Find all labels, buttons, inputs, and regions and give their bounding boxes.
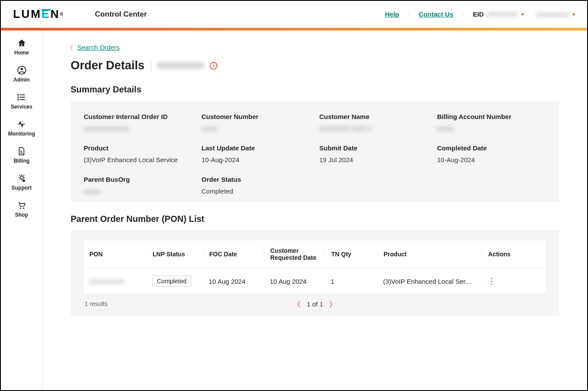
svg-point-2 [17, 94, 19, 96]
pon-card: PON LNP Status FOC Date Customer Request… [71, 230, 559, 316]
summary-field: Submit Date19 Jul 2024 [319, 144, 428, 163]
pager-next[interactable]: 〉 [330, 300, 332, 308]
field-value: 10-Aug-2024 [437, 156, 546, 163]
summary-card: Customer Internal Order IDxxxxxxxxxxxxxx… [71, 101, 559, 202]
sidebar-item-admin[interactable]: Admin [14, 65, 30, 83]
pon-section-title: Parent Order Number (PON) List [71, 214, 559, 224]
svg-rect-3 [20, 95, 25, 95]
summary-field: Completed Date10-Aug-2024 [437, 144, 546, 163]
table-row[interactable]: XXXXXXXX Completed 10 Aug 2024 10 Aug 20… [83, 268, 547, 294]
field-value: xxxxxxxxxxxxxx [84, 125, 193, 132]
cell-foc-date: 10 Aug 2024 [203, 278, 264, 285]
field-label: Customer Name [319, 113, 428, 120]
summary-section-title: Summary Details [71, 85, 559, 95]
breadcrumb: 〈 Search Orders [71, 44, 559, 51]
summary-field: Customer Numberxxxxx [201, 113, 310, 132]
contact-us-link[interactable]: Contact Us [409, 10, 463, 18]
field-label: Parent BusOrg [84, 176, 193, 183]
field-value: XXXXXXX XXX X [319, 125, 428, 132]
cell-product: (3)VoIP Enhanced Local Ser… [377, 278, 482, 285]
col-actions: Actions [482, 251, 534, 258]
svg-rect-5 [20, 97, 25, 98]
col-lnp[interactable]: LNP Status [146, 251, 203, 258]
field-value: Completed [201, 187, 310, 195]
invoice-icon: $ [17, 146, 26, 156]
pager-prev[interactable]: 〈 [298, 300, 300, 308]
sidebar-item-label: Billing [14, 158, 30, 164]
summary-field: Parent BusOrgxxxxx [84, 176, 193, 195]
field-label: Customer Number [201, 113, 310, 120]
title-divider [151, 60, 151, 72]
field-value: xxxxx [201, 125, 310, 132]
col-crd[interactable]: Customer Requested Date [264, 247, 325, 261]
results-count: 1 results [85, 300, 108, 307]
user-circle-icon [17, 65, 27, 75]
col-tnqty[interactable]: TN Qty [325, 251, 377, 258]
svg-point-4 [17, 96, 19, 98]
sidebar-item-label: Monitoring [8, 131, 35, 137]
user-name: xxxxxxxxxx [536, 10, 569, 18]
sidebar-item-label: Shop [15, 212, 28, 218]
app-title: Control Center [95, 10, 147, 19]
sidebar-item-services[interactable]: Services [11, 92, 32, 110]
pon-table: PON LNP Status FOC Date Customer Request… [83, 240, 547, 294]
eid-label: EID [473, 10, 484, 18]
pager: 〈 1 of 1 〉 [298, 300, 333, 308]
field-value: 10-Aug-2024 [201, 156, 310, 163]
chevron-left-icon: 〈 [71, 44, 73, 51]
field-label: Billing Account Number [437, 113, 546, 120]
cell-pon: XXXXXXXX [89, 278, 146, 285]
eid-value: XXXXXXX [487, 10, 518, 18]
sidebar-item-support[interactable]: Support [12, 173, 32, 191]
svg-rect-7 [20, 99, 25, 100]
sidebar-item-shop[interactable]: Shop [15, 201, 28, 218]
status-badge: Completed [152, 275, 191, 287]
gear-user-icon [17, 173, 27, 183]
cart-icon [17, 201, 27, 210]
svg-point-11 [22, 180, 25, 182]
svg-point-12 [20, 207, 21, 209]
sidebar-item-label: Admin [14, 77, 30, 83]
help-link[interactable]: Help [375, 10, 409, 18]
info-icon[interactable]: i [210, 62, 218, 70]
field-label: Completed Date [437, 144, 546, 152]
svg-point-6 [17, 99, 19, 101]
svg-text:$: $ [20, 150, 23, 153]
sidebar: Home Admin Services Monitoring $ Billing… [1, 31, 43, 390]
search-orders-link[interactable]: Search Orders [77, 44, 120, 51]
field-label: Last Update Date [201, 144, 310, 152]
summary-field: Order StatusCompleted [201, 176, 310, 195]
field-label: Order Status [201, 176, 310, 183]
sidebar-item-billing[interactable]: $ Billing [14, 146, 30, 164]
eid-dropdown[interactable]: EID XXXXXXX ▾ [463, 10, 524, 18]
svg-point-13 [23, 207, 24, 209]
sidebar-item-monitoring[interactable]: Monitoring [8, 119, 35, 137]
summary-field: Product(3)VoIP Enhanced Local Service [84, 144, 193, 163]
cell-tn-qty: 1 [325, 278, 377, 285]
col-foc[interactable]: FOC Date [203, 251, 264, 258]
sidebar-item-label: Support [12, 185, 32, 191]
pon-table-header: PON LNP Status FOC Date Customer Request… [83, 240, 547, 268]
field-value: xxxxx [84, 187, 193, 195]
svg-point-1 [20, 68, 23, 71]
summary-field: Billing Account Numberxxxxx [437, 113, 546, 132]
svg-rect-9 [20, 153, 24, 153]
summary-field: Customer Internal Order IDxxxxxxxxxxxxxx [84, 113, 193, 132]
chevron-down-icon: ▾ [572, 11, 575, 17]
col-product[interactable]: Product [377, 251, 482, 258]
page-title: Order Details [71, 59, 145, 72]
user-dropdown[interactable]: xxxxxxxxxx ▾ [524, 10, 575, 18]
activity-icon [17, 119, 26, 129]
cell-lnp-status: Completed [146, 275, 203, 287]
col-pon[interactable]: PON [89, 251, 146, 258]
sidebar-item-label: Services [11, 104, 32, 110]
sidebar-item-home[interactable]: Home [14, 38, 29, 56]
row-actions-menu[interactable]: ⋮ [482, 276, 534, 286]
field-value: 19 Jul 2024 [319, 156, 428, 163]
sidebar-item-label: Home [14, 50, 29, 56]
svg-point-10 [20, 176, 23, 179]
pon-table-footer: 1 results 〈 1 of 1 〉 [83, 294, 547, 308]
main-content: 〈 Search Orders Order Details XXXXXXXX i… [43, 31, 587, 390]
lumen-logo: LUMEN® [13, 7, 65, 21]
pager-text: 1 of 1 [307, 300, 323, 308]
